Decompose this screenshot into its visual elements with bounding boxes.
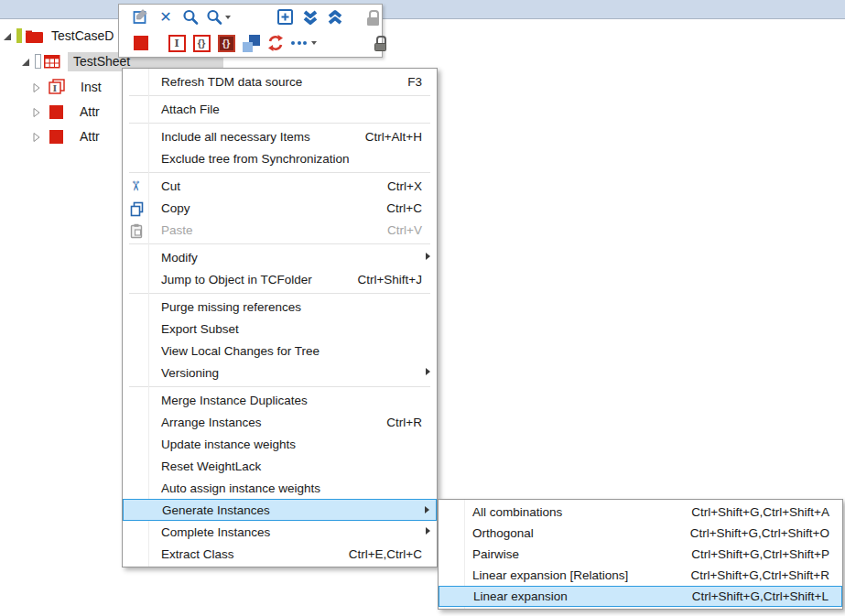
- double-chevron-down-icon: [301, 8, 320, 27]
- menu-item-reset-weightlack[interactable]: Reset WeightLack: [123, 455, 437, 477]
- menu-item-extract-class[interactable]: Extract Class Ctrl+E,Ctrl+C: [123, 543, 437, 565]
- submenu-item-all-combinations[interactable]: All combinations Ctrl+Shift+G,Ctrl+Shift…: [439, 502, 842, 523]
- menu-item-shortcut: Ctrl+Alt+H: [365, 130, 422, 144]
- submenu-arrow-icon: [426, 368, 430, 375]
- copy-sheets-icon: [243, 35, 260, 52]
- menu-item-auto-assign-instance-weights[interactable]: Auto assign instance weights: [123, 477, 437, 499]
- toolbar-refresh-button[interactable]: [265, 32, 287, 54]
- menu-item-label: All combinations: [472, 505, 680, 519]
- submenu-item-linear-expansion-relations[interactable]: Linear expansion [Relations] Ctrl+Shift+…: [439, 565, 842, 586]
- menu-item-update-instance-weights[interactable]: Update instance weights: [123, 433, 437, 455]
- toolbar-double-chevron-up-button[interactable]: [324, 6, 346, 28]
- menu-item-shortcut: Ctrl+Shift+J: [357, 273, 422, 286]
- menu-item-merge-instance-duplicates[interactable]: Merge Instance Duplicates: [123, 389, 437, 411]
- menu-item-label: Reset WeightLack: [161, 459, 422, 473]
- menu-item-shortcut: Ctrl+Shift+G,Ctrl+Shift+A: [691, 505, 829, 519]
- menu-separator: [129, 172, 430, 173]
- tree-row-attr-2[interactable]: Attr: [31, 126, 100, 146]
- toolbar-lock-button-disabled[interactable]: [362, 6, 384, 28]
- menu-separator: [129, 293, 430, 294]
- menu-item-label: Copy: [161, 201, 374, 215]
- menu-item-label: Modify: [161, 251, 422, 265]
- generate-instances-submenu: All combinations Ctrl+Shift+G,Ctrl+Shift…: [438, 499, 843, 610]
- submenu-arrow-icon: [426, 253, 430, 260]
- copy-icon: [127, 200, 145, 217]
- toolbar-edit-button[interactable]: [130, 6, 152, 28]
- menu-item-shortcut: Ctrl+X: [387, 179, 422, 193]
- menu-item-shortcut: Ctrl+C: [386, 201, 422, 215]
- menu-item-label: Paste: [161, 223, 374, 237]
- menu-item-jump-to-object-in-tcfolder[interactable]: Jump to Object in TCFolder Ctrl+Shift+J: [123, 268, 437, 290]
- status-colorbar-icon: [16, 28, 22, 43]
- toolbar-braces-button[interactable]: {}: [190, 32, 212, 54]
- toolbar-copy-button[interactable]: [240, 32, 262, 54]
- toolbar-more-button[interactable]: [289, 32, 319, 54]
- expander-collapsed-icon[interactable]: [31, 106, 42, 117]
- toolbar-double-chevron-down-button[interactable]: [299, 6, 321, 28]
- expander-collapsed-icon[interactable]: [31, 81, 42, 92]
- menu-separator: [129, 243, 430, 244]
- menu-item-shortcut: Ctrl+Shift+G,Ctrl+Shift+L: [692, 589, 829, 603]
- tree-item-label: TestCaseD: [51, 28, 114, 43]
- submenu-item-pairwise[interactable]: Pairwise Ctrl+Shift+G,Ctrl+Shift+P: [439, 544, 842, 565]
- menu-item-exclude-tree-from-synchronization[interactable]: Exclude tree from Synchronization: [123, 147, 437, 169]
- menu-item-paste[interactable]: Paste Ctrl+V: [123, 219, 437, 241]
- menu-item-cut[interactable]: ✂ Cut Ctrl+X: [123, 175, 437, 197]
- toolbar-lock-button[interactable]: [369, 32, 391, 54]
- menu-item-label: Attach File: [161, 103, 422, 116]
- double-chevron-up-icon: [326, 8, 344, 27]
- app-canvas: TestCaseD TestSheet: [0, 0, 845, 616]
- menu-item-shortcut: Ctrl+Shift+G,Ctrl+Shift+O: [690, 526, 829, 540]
- menu-item-label: Generate Instances: [162, 503, 421, 517]
- toolbar-add-item-button[interactable]: [275, 6, 297, 28]
- menu-item-include-all-necessary-items[interactable]: Include all necessary Items Ctrl+Alt+H: [123, 125, 437, 147]
- expander-collapsed-icon[interactable]: [31, 131, 42, 142]
- toolbar-search-button[interactable]: [179, 6, 201, 28]
- toolbar-red-block-button[interactable]: [130, 32, 152, 54]
- menu-item-label: Complete Instances: [161, 525, 422, 539]
- menu-item-label: Linear expansion [Relations]: [472, 568, 679, 582]
- search-icon: [181, 8, 200, 27]
- menu-item-purge-missing-references[interactable]: Purge missing references: [123, 296, 437, 318]
- instance-box-icon: I: [168, 35, 186, 52]
- tree-row-attr-1[interactable]: Attr: [31, 102, 100, 122]
- menu-item-attach-file[interactable]: Attach File: [123, 98, 437, 120]
- instance-boxes-icon: I: [48, 79, 66, 95]
- tree-row-instances[interactable]: I Inst: [31, 77, 102, 97]
- red-block-icon: [134, 36, 148, 50]
- menu-item-shortcut: Ctrl+R: [386, 416, 422, 429]
- toolbar-instance-button[interactable]: I: [166, 32, 188, 54]
- menu-item-export-subset[interactable]: Export Subset: [123, 318, 437, 340]
- menu-item-generate-instances[interactable]: Generate Instances: [123, 499, 437, 521]
- expander-expanded-icon[interactable]: [2, 30, 13, 41]
- search-dropdown-icon: [205, 8, 223, 27]
- submenu-item-orthogonal[interactable]: Orthogonal Ctrl+Shift+G,Ctrl+Shift+O: [439, 523, 842, 544]
- menu-item-label: Jump to Object in TCFolder: [161, 273, 344, 286]
- submenu-item-linear-expansion[interactable]: Linear expansion Ctrl+Shift+G,Ctrl+Shift…: [439, 586, 842, 607]
- expander-expanded-icon[interactable]: [20, 56, 31, 67]
- menu-item-label: Refresh TDM data source: [161, 75, 395, 89]
- menu-item-label: Arrange Instances: [161, 416, 374, 429]
- tree-row-testcase-folder[interactable]: TestCaseD: [2, 26, 114, 46]
- sync-marker-icon: [35, 54, 41, 69]
- menu-item-label: Purge missing references: [161, 300, 422, 314]
- menu-item-label: Pairwise: [472, 547, 680, 561]
- menu-item-modify[interactable]: Modify: [123, 246, 437, 268]
- floating-toolbar: ✕: [118, 4, 383, 58]
- menu-separator: [129, 123, 430, 124]
- toolbar-search-dropdown-button[interactable]: [204, 6, 232, 28]
- menu-item-complete-instances[interactable]: Complete Instances: [123, 521, 437, 543]
- red-square-icon: [49, 130, 63, 144]
- menu-item-label: Versioning: [161, 366, 422, 380]
- menu-item-copy[interactable]: Copy Ctrl+C: [123, 197, 437, 219]
- menu-item-shortcut: Ctrl+Shift+G,Ctrl+Shift+P: [691, 547, 829, 561]
- menu-item-refresh-tdm-data-source[interactable]: Refresh TDM data source F3: [123, 70, 437, 92]
- toolbar-braces-active-button[interactable]: {}: [215, 32, 237, 54]
- tree-item-label: Attr: [80, 104, 100, 119]
- menu-item-versioning[interactable]: Versioning: [123, 362, 437, 384]
- menu-item-view-local-changes-for-tree[interactable]: View Local Changes for Tree: [123, 340, 437, 362]
- toolbar-delete-button[interactable]: ✕: [155, 6, 177, 28]
- context-menu: Refresh TDM data source F3 Attach File I…: [122, 68, 438, 567]
- menu-separator: [129, 386, 430, 387]
- menu-item-arrange-instances[interactable]: Arrange Instances Ctrl+R: [123, 411, 437, 433]
